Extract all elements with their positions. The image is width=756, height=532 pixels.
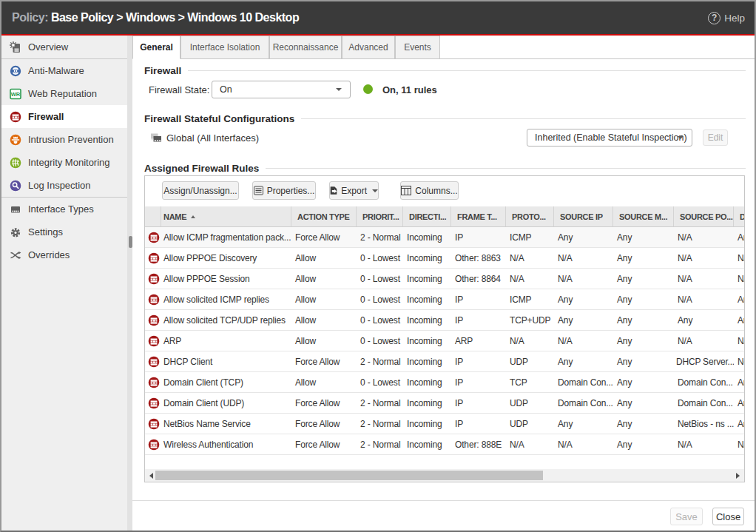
svg-text:WR: WR (11, 90, 21, 97)
